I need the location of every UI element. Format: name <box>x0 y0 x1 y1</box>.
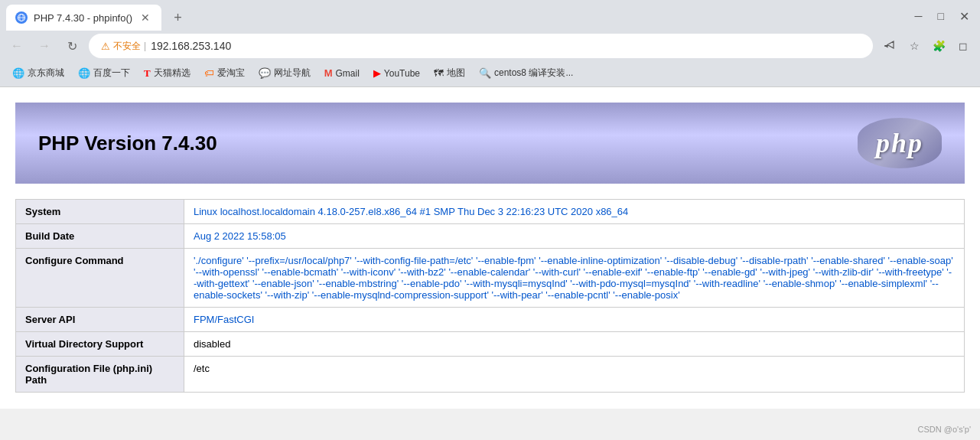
table-row-builddate: Build Date Aug 2 2022 15:58:05 <box>16 224 965 249</box>
php-logo-text: php <box>876 127 923 159</box>
bookmark-tmall[interactable]: T 天猫精选 <box>138 64 197 82</box>
bookmark-maps[interactable]: 🗺 地图 <box>428 64 471 82</box>
bookmark-jd[interactable]: 🌐 京东商城 <box>6 64 70 82</box>
profile-icon[interactable]: ◻ <box>952 35 974 57</box>
tab-close-button[interactable]: ✕ <box>138 11 152 24</box>
security-text: 不安全 <box>113 40 141 53</box>
baidu-icon: 🌐 <box>78 67 90 79</box>
separator: | <box>144 41 146 51</box>
bookmark-centos-label: centos8 编译安装... <box>494 67 573 80</box>
gmail-icon: M <box>324 67 333 79</box>
table-row-system: System Linux localhost.localdomain 4.18.… <box>16 200 965 224</box>
tmall-icon: T <box>144 67 151 80</box>
bookmark-centos[interactable]: 🔍 centos8 编译安装... <box>473 64 579 82</box>
browser-window: PHP 7.4.30 - phpinfo() ✕ + ─ □ ✕ ← → ↻ ⚠… <box>0 0 980 409</box>
bookmark-nav-label: 网址导航 <box>274 67 311 80</box>
php-version-title: PHP Version 7.4.30 <box>38 132 217 155</box>
svg-rect-3 <box>884 45 887 47</box>
tab-favicon <box>15 11 28 24</box>
bookmarks-bar: 🌐 京东商城 🌐 百度一下 T 天猫精选 🏷 爱淘宝 💬 网址导航 M Gmai… <box>0 63 980 87</box>
new-tab-button[interactable]: + <box>168 7 188 29</box>
security-warning: ⚠ 不安全 | <box>101 40 146 53</box>
row-value-system: Linux localhost.localdomain 4.18.0-257.e… <box>184 200 965 224</box>
youtube-icon: ▶ <box>373 67 381 79</box>
row-key-inipath: Configuration File (php.ini) Path <box>16 357 184 393</box>
title-bar: PHP 7.4.30 - phpinfo() ✕ + ─ □ ✕ <box>0 0 980 31</box>
bookmark-youtube[interactable]: ▶ YouTube <box>367 65 426 81</box>
bookmark-gmail[interactable]: M Gmail <box>318 65 366 81</box>
row-key-serverapi: Server API <box>16 308 184 332</box>
close-button[interactable]: ✕ <box>955 8 974 25</box>
address-actions: ☆ 🧩 ◻ <box>879 35 974 57</box>
share-icon[interactable] <box>879 35 900 57</box>
tab-title: PHP 7.4.30 - phpinfo() <box>34 12 132 24</box>
php-header: PHP Version 7.4.30 php <box>15 103 965 184</box>
bookmark-gmail-label: Gmail <box>336 68 360 79</box>
php-logo: php <box>858 118 942 168</box>
address-input[interactable]: ⚠ 不安全 | 192.168.253.140 <box>89 34 873 58</box>
row-value-serverapi: FPM/FastCGI <box>184 308 965 332</box>
bookmark-tmall-label: 天猫精选 <box>154 67 190 80</box>
bookmark-jd-label: 京东商城 <box>28 67 64 80</box>
minimize-button[interactable]: ─ <box>910 8 927 24</box>
bookmark-baidu-label: 百度一下 <box>93 67 130 80</box>
title-bar-controls: ─ □ ✕ <box>910 8 974 28</box>
bookmark-baidu[interactable]: 🌐 百度一下 <box>72 64 136 82</box>
row-value-configure: './configure' '--prefix=/usr/local/php7'… <box>184 249 965 308</box>
table-row-inipath: Configuration File (php.ini) Path /etc <box>16 357 965 393</box>
centos-icon: 🔍 <box>479 67 491 79</box>
page-content: PHP Version 7.4.30 php System Linux loca… <box>0 87 980 409</box>
address-bar: ← → ↻ ⚠ 不安全 | 192.168.253.140 ☆ 🧩 ◻ <box>0 31 980 63</box>
title-bar-left: PHP 7.4.30 - phpinfo() ✕ + <box>6 5 188 31</box>
bookmark-star-icon[interactable]: ☆ <box>903 35 925 57</box>
bookmark-taobao-label: 爱淘宝 <box>217 67 245 80</box>
back-button[interactable]: ← <box>6 35 28 57</box>
warning-icon: ⚠ <box>101 41 110 52</box>
table-row-serverapi: Server API FPM/FastCGI <box>16 308 965 332</box>
row-key-system: System <box>16 200 184 224</box>
taobao-icon: 🏷 <box>204 67 214 79</box>
phpinfo-table: System Linux localhost.localdomain 4.18.… <box>15 199 965 393</box>
bookmark-maps-label: 地图 <box>447 67 465 80</box>
jd-icon: 🌐 <box>12 67 24 79</box>
url-text: 192.168.253.140 <box>151 40 231 52</box>
table-row-configure: Configure Command './configure' '--prefi… <box>16 249 965 308</box>
row-key-builddate: Build Date <box>16 224 184 249</box>
forward-button[interactable]: → <box>34 35 55 57</box>
row-value-builddate: Aug 2 2022 15:58:05 <box>184 224 965 249</box>
row-key-configure: Configure Command <box>16 249 184 308</box>
bookmark-youtube-label: YouTube <box>384 68 420 79</box>
maximize-button[interactable]: □ <box>933 8 949 24</box>
row-value-vdir: disabled <box>184 332 965 357</box>
bookmark-nav[interactable]: 💬 网址导航 <box>252 64 317 82</box>
refresh-button[interactable]: ↻ <box>61 35 83 57</box>
row-value-inipath: /etc <box>184 357 965 393</box>
browser-tab[interactable]: PHP 7.4.30 - phpinfo() ✕ <box>6 5 161 31</box>
table-row-vdir: Virtual Directory Support disabled <box>16 332 965 357</box>
row-key-vdir: Virtual Directory Support <box>16 332 184 357</box>
address-input-inner: ⚠ 不安全 | 192.168.253.140 <box>101 40 861 53</box>
bookmark-taobao[interactable]: 🏷 爱淘宝 <box>198 64 251 82</box>
nav-icon: 💬 <box>259 67 271 79</box>
extension-icon[interactable]: 🧩 <box>928 35 949 57</box>
maps-icon: 🗺 <box>434 67 444 79</box>
